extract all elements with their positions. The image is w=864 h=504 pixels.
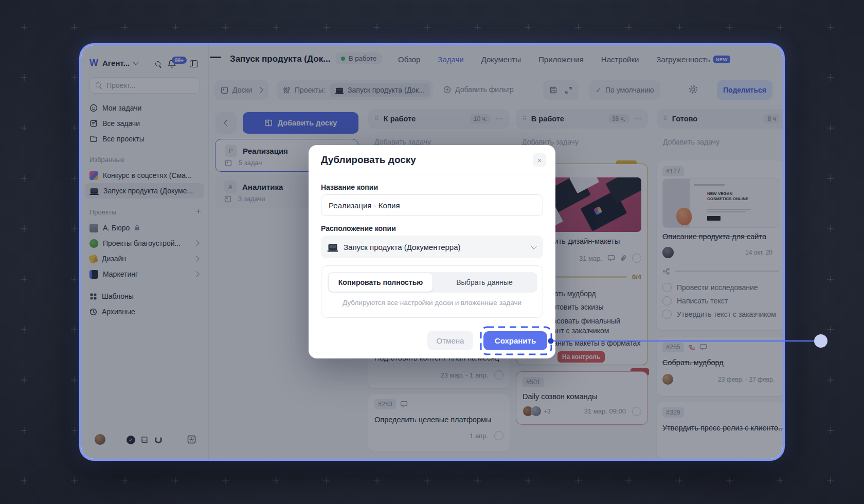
divider — [309, 174, 555, 174]
copy-mode-segmented-control: Копировать полностью Выбрать данные — [328, 272, 537, 293]
chevron-down-icon — [531, 243, 536, 249]
copy-select-data-option[interactable]: Выбрать данные — [433, 273, 536, 292]
duplicate-board-modal: Дублировать доску × Название копии Распо… — [309, 145, 555, 358]
copy-mode-helper: Дублируются все настройки доски и вложен… — [321, 299, 543, 307]
copy-name-label: Название копии — [321, 183, 378, 191]
copy-location-label: Расположение копии — [321, 224, 396, 232]
copy-location-select[interactable]: Запуск продукта (Документерра) — [321, 236, 543, 258]
save-button[interactable]: Сохранить — [483, 331, 547, 350]
app-window: W Агент... 99+ Проект... Мои задачи Все … — [79, 43, 785, 461]
copy-full-option[interactable]: Копировать полностью — [329, 273, 433, 292]
copy-name-input[interactable] — [321, 194, 543, 216]
laptop-icon — [328, 244, 337, 250]
copy-location-value: Запуск продукта (Документерра) — [344, 243, 526, 251]
cancel-button[interactable]: Отмена — [427, 331, 473, 350]
annotation-end-handle[interactable] — [814, 334, 827, 348]
modal-title: Дублировать доску — [321, 154, 416, 166]
close-icon[interactable]: × — [533, 153, 546, 167]
copy-mode-group: Копировать полностью Выбрать данные Дубл… — [321, 265, 543, 318]
